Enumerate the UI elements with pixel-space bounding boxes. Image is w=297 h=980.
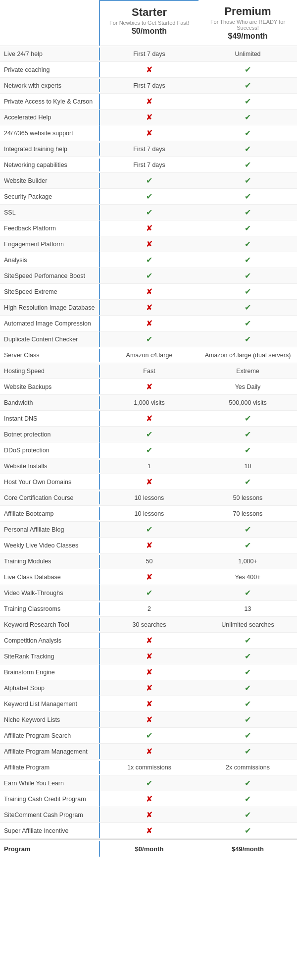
check-icon: ✔	[146, 176, 152, 185]
check-icon: ✔	[146, 335, 152, 343]
premium-cell: 13	[198, 602, 297, 615]
check-icon: ✔	[245, 240, 251, 248]
table-row: SiteSpeed Extreme✘✔	[0, 284, 297, 300]
check-icon: ✔	[245, 414, 251, 423]
feature-cell: Engagement Platform	[0, 238, 99, 251]
cross-icon: ✘	[146, 826, 152, 835]
starter-cell: ✔	[99, 585, 198, 600]
check-icon: ✔	[245, 715, 251, 724]
premium-cell: ✔	[198, 411, 297, 426]
starter-cell: 2	[99, 602, 198, 615]
check-icon: ✔	[146, 256, 152, 264]
premium-cell: ✔	[198, 728, 297, 743]
check-icon: ✔	[245, 747, 251, 756]
starter-cell: ✘	[99, 680, 198, 696]
cross-icon: ✘	[146, 65, 152, 74]
table-row: Network with expertsFirst 7 days✔	[0, 78, 297, 94]
premium-cell: ✔	[198, 680, 297, 696]
check-icon: ✔	[245, 335, 251, 343]
feature-cell: Integrated training help	[0, 143, 99, 156]
header-row: Starter For Newbies to Get Started Fast!…	[0, 0, 297, 46]
table-row: Duplicate Content Checker✔✔	[0, 331, 297, 347]
cross-icon: ✘	[146, 382, 152, 391]
premium-cell: ✔	[198, 268, 297, 283]
cross-icon: ✘	[146, 811, 152, 819]
premium-cell: ✔	[198, 633, 297, 648]
table-row: Keyword List Management✘✔	[0, 696, 297, 712]
premium-cell: ✔	[198, 807, 297, 822]
feature-cell: Feedback Platform	[0, 222, 99, 235]
cross-icon: ✘	[146, 414, 152, 423]
check-icon: ✔	[146, 272, 152, 280]
check-icon: ✔	[146, 589, 152, 597]
check-icon: ✔	[245, 97, 251, 106]
starter-cell: ✔	[99, 252, 198, 268]
feature-cell: Website Installs	[0, 460, 99, 473]
premium-cell: ✔	[198, 712, 297, 727]
feature-cell: Website Backups	[0, 381, 99, 393]
check-icon: ✔	[245, 811, 251, 819]
table-row: Accelerated Help✘✔	[0, 109, 297, 125]
starter-cell: ✘	[99, 125, 198, 141]
premium-cell: ✔	[198, 125, 297, 141]
starter-cell: 10 lessons	[99, 507, 198, 520]
starter-cell: ✘	[99, 379, 198, 394]
feature-cell: Affiliate Program	[0, 761, 99, 774]
starter-cell: ✔	[99, 427, 198, 442]
starter-cell: ✘	[99, 791, 198, 807]
check-icon: ✔	[245, 319, 251, 327]
starter-cell: ✔	[99, 728, 198, 743]
table-row: Affiliate Program1x commissions2x commis…	[0, 760, 297, 775]
feature-cell: Host Your Own Domains	[0, 476, 99, 489]
check-icon: ✔	[245, 779, 251, 787]
cross-icon: ✘	[146, 129, 152, 137]
feature-cell: Private Access to Kyle & Carson	[0, 95, 99, 108]
feature-cell: Affiliate Program Management	[0, 745, 99, 758]
premium-cell: ✔	[198, 220, 297, 236]
feature-cell: Duplicate Content Checker	[0, 333, 99, 346]
table-row: Hosting SpeedFastExtreme	[0, 363, 297, 379]
premium-plan-name: Premium	[201, 5, 295, 18]
table-row: Affiliate Program Search✔✔	[0, 728, 297, 744]
cross-icon: ✘	[146, 113, 152, 121]
premium-cell: ✔	[198, 189, 297, 204]
feature-cell: Website Builder	[0, 174, 99, 187]
premium-cell: 500,000 visits	[198, 396, 297, 409]
starter-cell: ✘	[99, 712, 198, 727]
starter-cell: ✘	[99, 633, 198, 648]
cross-icon: ✘	[146, 573, 152, 581]
premium-cell: Yes Daily	[198, 381, 297, 393]
table-row: Live Class Database✘Yes 400+	[0, 569, 297, 585]
footer-feature-label: Program	[0, 841, 99, 857]
check-icon: ✔	[245, 652, 251, 660]
feature-cell: Automated Image Compression	[0, 317, 99, 330]
feature-cell: Brainstorm Engine	[0, 666, 99, 679]
table-row: Affiliate Program Management✘✔	[0, 744, 297, 760]
check-icon: ✔	[245, 525, 251, 534]
starter-cell: ✔	[99, 331, 198, 347]
check-icon: ✔	[245, 478, 251, 486]
check-icon: ✔	[245, 303, 251, 312]
table-row: SiteComment Cash Program✘✔	[0, 807, 297, 823]
table-row: Server ClassAmazon c4.largeAmazon c4.lar…	[0, 347, 297, 363]
starter-cell: ✘	[99, 300, 198, 315]
cross-icon: ✘	[146, 747, 152, 756]
premium-cell: 10	[198, 460, 297, 473]
table-row: Private coaching✘✔	[0, 62, 297, 78]
premium-cell: Unlimited searches	[198, 618, 297, 631]
premium-header: Premium For Those Who are READY for Succ…	[198, 0, 297, 46]
table-row: Botnet protection✔✔	[0, 427, 297, 442]
table-row: Keyword Research Tool30 searchesUnlimite…	[0, 617, 297, 633]
check-icon: ✔	[245, 430, 251, 438]
premium-price: $49/month	[201, 32, 295, 41]
starter-cell: ✔	[99, 205, 198, 220]
feature-cell: High Resolution Image Database	[0, 301, 99, 314]
feature-cell: Video Walk-Throughs	[0, 587, 99, 599]
check-icon: ✔	[245, 256, 251, 264]
table-row: Weekly Live Video Classes✘✔	[0, 538, 297, 553]
feature-cell: SiteRank Tracking	[0, 650, 99, 663]
premium-cell: ✔	[198, 284, 297, 299]
table-row: Instant DNS✘✔	[0, 411, 297, 427]
check-icon: ✔	[245, 541, 251, 549]
feature-cell: Affiliate Program Search	[0, 729, 99, 742]
